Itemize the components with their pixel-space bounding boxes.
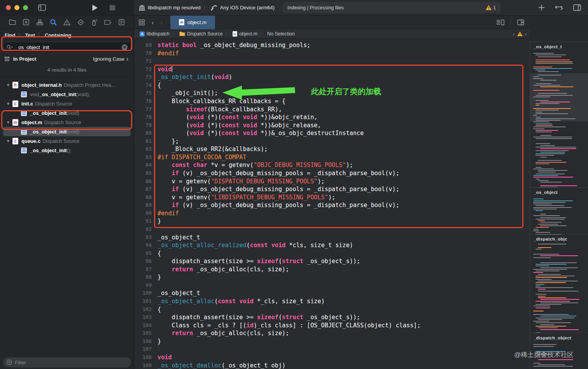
result-match-row[interactable]: _os_object_init(void) [3, 108, 131, 118]
code-line[interactable]: 76 Block_callbacks_RR callbacks = { [134, 97, 530, 105]
run-button[interactable] [92, 4, 98, 11]
scheme-name[interactable]: libdispatch mp resolved [148, 5, 201, 11]
containing-crumb[interactable]: Containing [45, 32, 71, 38]
find-crumb[interactable]: Find [5, 32, 15, 38]
chevron-down-icon[interactable]: ▼ [6, 83, 12, 87]
adjust-editor-options-icon[interactable] [497, 19, 504, 25]
scheme-selector[interactable]: libdispatch mp resolved 〉 Any iOS Device… [139, 4, 275, 11]
jump-bar-project[interactable]: A libdispatch [140, 31, 170, 37]
warning-badge[interactable]: 1 [486, 5, 496, 11]
next-issue-icon[interactable]: › [525, 31, 527, 37]
report-navigator-icon[interactable] [118, 19, 125, 26]
tab-object-m[interactable]: m object.m [170, 16, 215, 29]
code-line[interactable]: 99 [134, 281, 530, 290]
code-line[interactable]: 70#endif [134, 49, 530, 58]
previous-issue-icon[interactable]: ‹ [513, 31, 514, 37]
code-line[interactable]: 92 [134, 225, 530, 234]
code-line[interactable]: 102{ [134, 306, 530, 314]
code-line[interactable]: 87 if (v) _os_object_debug_missing_pools… [134, 185, 530, 193]
close-window-button[interactable] [6, 5, 11, 10]
editor-minimap[interactable]: _os_object_t_os_object_dispatch_objc_dis… [530, 39, 588, 369]
code-line[interactable]: 85 if (v) _os_object_debug_missing_pools… [134, 169, 530, 177]
find-navigator-icon[interactable] [50, 19, 57, 26]
code-line[interactable]: 98} [134, 273, 530, 281]
code-line[interactable]: 104 Class cls = _cls ? [(id)_cls class] … [134, 322, 530, 330]
code-line[interactable]: 97 return _os_objc_alloc(cls, size); [134, 265, 530, 274]
code-line[interactable]: 109_os_object_dealloc(_os_object_t obj) [134, 362, 530, 369]
filter-field[interactable]: Filter [3, 357, 131, 367]
debug-navigator-icon[interactable] [91, 19, 98, 26]
destination-name[interactable]: Any iOS Device (arm64) [220, 5, 275, 11]
zoom-window-button[interactable] [23, 5, 28, 10]
go-back-icon[interactable]: ‹ [152, 19, 154, 26]
add-editor-icon[interactable] [517, 19, 524, 25]
code-line[interactable]: 107 [134, 345, 530, 353]
result-file-row[interactable]: ▼cinit.cDispatch Source [0, 99, 134, 108]
code-line[interactable]: 93_os_object_t [134, 234, 530, 242]
code-line[interactable]: 72void [134, 65, 530, 74]
result-match-row[interactable]: void _os_object_init(void); [3, 90, 131, 99]
code-line[interactable]: 79 (void (*)(const void *))&objc_release… [134, 121, 530, 130]
clear-search-icon[interactable]: ✕ [122, 44, 128, 50]
add-library-icon[interactable] [539, 5, 544, 11]
result-file-row[interactable]: ▼hobject_internal.hDispatch Project Hea.… [0, 80, 134, 90]
code-line[interactable]: 95{ [134, 250, 530, 258]
code-line[interactable]: 96 dispatch_assert(size >= sizeof(struct… [134, 257, 530, 265]
search-field[interactable]: ✕ [3, 42, 131, 53]
code-line[interactable]: 94_os_object_alloc_realized(const void *… [134, 241, 530, 250]
code-line[interactable]: 108void [134, 353, 530, 362]
code-line[interactable]: 83#if DISPATCH_COCOA_COMPAT [134, 153, 530, 162]
toggle-inspector-icon[interactable] [573, 4, 581, 11]
code-line[interactable]: 89 if (v) _os_object_debug_missing_pools… [134, 201, 530, 209]
minimize-window-button[interactable] [14, 5, 19, 10]
jump-bar-file[interactable]: m object.m [233, 31, 257, 37]
code-line[interactable]: 69static bool _os_object_debug_missing_p… [134, 41, 530, 49]
result-file-row[interactable]: ▼cqueue.cDispatch Source [0, 136, 134, 146]
code-line[interactable]: 101_os_object_alloc(const void *_cls, si… [134, 297, 530, 306]
search-icon[interactable] [7, 45, 13, 50]
jump-bar-selection[interactable]: No Selection [267, 31, 295, 37]
code-line[interactable]: 82 _Block_use_RR2(&callbacks); [134, 145, 530, 153]
stop-button[interactable] [110, 5, 115, 11]
code-line[interactable]: 81 }; [134, 137, 530, 146]
version-editor-icon[interactable] [555, 5, 563, 11]
source-control-navigator-icon[interactable] [23, 19, 30, 26]
toggle-navigator-icon[interactable] [38, 4, 46, 11]
chevron-down-icon[interactable]: ▼ [6, 139, 12, 143]
text-crumb[interactable]: Text [25, 32, 35, 38]
search-input[interactable] [16, 44, 122, 50]
code-line[interactable]: 84 const char *v = getenv("OBJC_DEBUG_MI… [134, 161, 530, 169]
chevron-down-icon[interactable]: ▼ [6, 120, 12, 125]
breakpoint-navigator-icon[interactable] [104, 19, 111, 26]
test-navigator-icon[interactable] [77, 19, 84, 26]
code-line[interactable]: 88 v = getenv("LIBDISPATCH_DEBUG_MISSING… [134, 193, 530, 202]
tab-overview-icon[interactable] [139, 19, 145, 25]
chevron-down-icon[interactable]: ▼ [6, 102, 12, 106]
find-mode-breadcrumb[interactable]: Find 〉 Text 〉 Containing [0, 29, 134, 39]
code-line[interactable]: 91} [134, 217, 530, 225]
code-line[interactable]: 77 sizeof(Block_callbacks_RR), [134, 105, 530, 114]
code-line[interactable]: 103 dispatch_assert(size >= sizeof(struc… [134, 313, 530, 322]
issue-warning-icon[interactable] [517, 32, 523, 36]
code-line[interactable]: 80 (void (*)(const void *))&_os_objc_des… [134, 129, 530, 137]
code-line[interactable]: 100_os_object_t [134, 289, 530, 297]
result-match-row[interactable]: _os_object_init(); [3, 146, 131, 155]
issue-navigator-icon[interactable] [63, 19, 70, 26]
jump-bar-group[interactable]: Dispatch Source [179, 31, 223, 37]
project-navigator-icon[interactable] [9, 19, 16, 26]
code-line[interactable]: 73_os_object_init(void) [134, 73, 530, 81]
go-forward-icon[interactable]: › [161, 19, 163, 26]
scope-selector[interactable]: In Project [5, 56, 36, 62]
code-line[interactable]: 71 [134, 57, 530, 65]
code-line[interactable]: 106} [134, 337, 530, 346]
code-line[interactable]: 86 v = getenv("DISPATCH_DEBUG_MISSING_PO… [134, 177, 530, 186]
minimap-viewport[interactable] [530, 73, 588, 121]
result-file-row[interactable]: ▼mobject.mDispatch Source [0, 118, 134, 127]
activity-status[interactable]: Indexing | Processing files 1 [283, 2, 500, 13]
symbol-navigator-icon[interactable] [36, 19, 43, 26]
case-mode-dropdown[interactable]: Ignoring Case ⇕ [93, 56, 129, 62]
code-line[interactable]: 78 (void (*)(const void *))&objc_retain, [134, 113, 530, 121]
code-line[interactable]: 105 return _os_objc_alloc(cls, size); [134, 329, 530, 337]
result-match-row[interactable]: _os_object_init(void) [3, 127, 131, 136]
code-line[interactable]: 90#endif [134, 209, 530, 218]
